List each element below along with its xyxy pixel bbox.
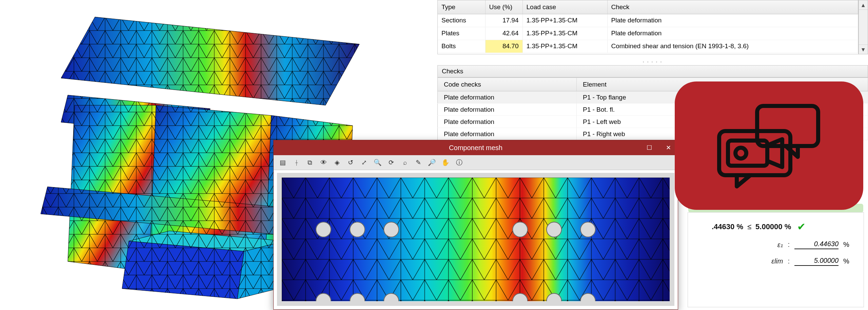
cell-code-check: Plate deformation [438,91,577,104]
perspective-icon[interactable]: ◈ [331,157,343,168]
component-mesh-window[interactable]: Component mesh ☐ ✕ ▤⟊⧉👁◈↺⤢🔍⟳⌕✎🔎✋ⓘ [273,140,678,310]
zoom-area-icon[interactable]: ⌕ [399,157,411,168]
zoom-fit-icon[interactable]: ⤢ [358,157,370,168]
window-maximize-button[interactable]: ☐ [640,140,659,155]
identify-icon[interactable]: ⓘ [453,157,465,168]
bolt-hole [580,222,596,237]
cell-type: Plates [438,27,485,40]
cell-loadcase: 1.35·PP+1.35·CM [522,14,607,27]
eye-icon[interactable]: 👁 [318,157,329,168]
result-row: ε₁:0.44630% [698,240,853,249]
cell-check: Plate deformation [607,14,858,27]
wireframe-icon[interactable]: ⟊ [291,157,302,168]
result-unit: % [843,257,853,265]
scroll-up-icon[interactable]: ▴ [859,0,868,10]
checks-panel-title: Checks [437,65,868,77]
bolt-hole [546,222,562,237]
component-mesh-canvas-frame [277,173,674,306]
svg-marker-1 [61,17,359,105]
result-inequality: .44630 % ≤ 5.00000 % ✔ [712,221,853,233]
result-label: ε₁ [767,241,783,249]
result-value-left: .44630 % [712,222,743,231]
col-code-checks[interactable]: Code checks [438,78,577,91]
result-op: ≤ [747,222,751,231]
rotate-left-icon[interactable]: ↺ [345,157,356,168]
result-detail-panel: .44630 % ≤ 5.00000 % ✔ ε₁:0.44630%εlim:5… [688,212,864,307]
col-loadcase[interactable]: Load case [522,0,607,14]
copy-icon[interactable]: ⧉ [304,157,316,168]
camera-chat-icon [713,100,825,192]
result-value: 5.00000 [794,257,839,266]
result-label: εlim [767,257,783,265]
col-use[interactable]: Use (%) [485,0,522,14]
checkmark-icon: ✔ [797,221,806,233]
video-chat-badge[interactable] [675,81,863,210]
table-row[interactable]: Bolts84.701.35·PP+1.35·CMCombined shear … [438,40,858,53]
svg-point-22 [735,148,746,159]
cell-use: 17.94 [485,14,522,27]
component-mesh-canvas[interactable] [282,178,670,301]
results-summary-table[interactable]: Type Use (%) Load case Check Sections17.… [437,0,859,54]
result-value-right: 5.00000 % [755,222,791,231]
results-scrollbar[interactable]: ▴ ▾ [859,0,868,54]
result-unit: % [843,241,853,249]
pencil-icon[interactable]: ✎ [413,157,424,168]
cell-code-check: Plate deformation [438,128,577,140]
bolt-hole [383,222,399,237]
zoom-in-icon[interactable]: 🔍 [372,157,383,168]
cell-check: Plate deformation [607,27,858,40]
refresh-icon[interactable]: ⟳ [386,157,397,168]
svg-rect-18 [282,178,670,301]
component-mesh-toolbar: ▤⟊⧉👁◈↺⤢🔍⟳⌕✎🔎✋ⓘ [274,155,678,170]
cell-use: 42.64 [485,27,522,40]
cell-loadcase: 1.35·PP+1.35·CM [522,40,607,53]
zoom-window-icon[interactable]: 🔎 [426,157,438,168]
col-check[interactable]: Check [607,0,858,14]
scroll-down-icon[interactable]: ▾ [859,44,868,54]
pan-hand-icon[interactable]: ✋ [440,157,451,168]
cell-type: Bolts [438,40,485,53]
bolt-hole [350,222,365,237]
bolt-hole [316,222,331,237]
col-type[interactable]: Type [438,0,485,14]
layers-icon[interactable]: ▤ [277,157,289,168]
component-mesh-title: Component mesh [449,144,502,152]
cell-type: Sections [438,14,485,27]
cell-check: Combined shear and tension (EN 1993-1-8,… [607,40,858,53]
result-value: 0.44630 [794,240,839,249]
bolt-hole [512,222,528,237]
cell-code-check: Plate deformation [438,116,577,128]
result-row: εlim:5.00000% [698,257,853,266]
cell-use: 84.70 [485,40,522,53]
cell-loadcase: 1.35·PP+1.35·CM [522,27,607,40]
cell-code-check: Plate deformation [438,104,577,116]
table-row[interactable]: Sections17.941.35·PP+1.35·CMPlate deform… [438,14,858,27]
component-mesh-titlebar[interactable]: Component mesh ☐ ✕ [274,140,678,155]
table-row[interactable]: Plates42.641.35·PP+1.35·CMPlate deformat… [438,27,858,40]
splitter-grip[interactable]: • • • • • [437,58,868,65]
